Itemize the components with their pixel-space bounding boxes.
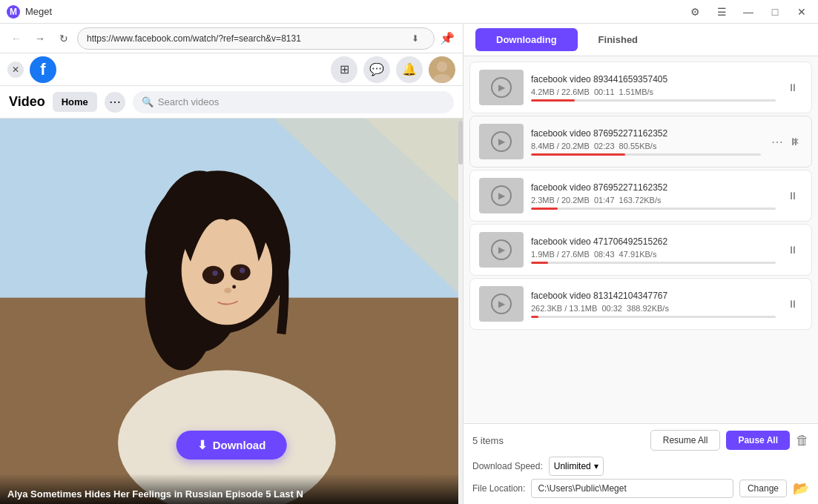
- item-thumbnail: ▶: [479, 124, 524, 159]
- fb-page-nav: Video Home ⋯ 🔍 Search videos: [0, 86, 463, 119]
- url-bar[interactable]: https://www.facebook.com/watch/?ref=sear…: [77, 27, 435, 50]
- download-item: ▶ facebook video 471706492515262 1.9MB /…: [469, 224, 812, 276]
- pause-button[interactable]: ⏸: [783, 296, 802, 311]
- progress-bar-fill: [531, 99, 575, 102]
- item-stats: 8.4MB / 20.2MB 02:23 80.55KB/s: [531, 142, 761, 150]
- item-stats: 4.2MB / 22.6MB 00:11 1.51MB/s: [531, 87, 776, 96]
- item-title: facebook video 876952271162352: [531, 128, 761, 139]
- bottom-actions: Resume All Pause All 🗑: [650, 430, 809, 451]
- bottom-row2: Download Speed: Unlimited ▾: [472, 457, 809, 476]
- download-speed-label: Download Speed:: [472, 461, 543, 471]
- item-stats: 2.3MB / 20.2MB 01:47 163.72KB/s: [531, 196, 776, 205]
- item-controls: ⏸: [783, 188, 802, 203]
- fb-page-title: Video: [9, 94, 45, 110]
- item-thumbnail: ▶: [479, 286, 524, 322]
- fb-search-box[interactable]: 🔍 Search videos: [133, 91, 454, 113]
- fb-more-button[interactable]: ⋯: [105, 92, 125, 113]
- pause-button[interactable]: ⏸: [783, 188, 802, 203]
- video-title-bar: Alya Sometimes Hides Her Feelings in Rus…: [0, 474, 463, 504]
- svg-point-15: [212, 271, 217, 276]
- tab-bar: Downloading Finished: [464, 24, 818, 56]
- download-item: ▶ facebook video 893441659357405 4.2MB /…: [469, 62, 812, 113]
- back-button[interactable]: ←: [6, 28, 27, 49]
- svg-point-3: [437, 62, 447, 72]
- scroll-thumb[interactable]: [458, 120, 463, 165]
- progress-bar-bg: [531, 153, 761, 156]
- tab-finished[interactable]: Finished: [578, 28, 659, 51]
- minimize-button[interactable]: —: [738, 1, 759, 22]
- download-icon: ⬇: [197, 438, 207, 452]
- item-thumbnail: ▶: [479, 70, 524, 105]
- bottom-row3: File Location: C:\Users\Public\Meget Cha…: [472, 479, 809, 498]
- pause-button[interactable]: ⏸: [783, 242, 802, 257]
- download-button[interactable]: ⬇ Download: [177, 431, 287, 460]
- item-controls: ⏸: [783, 80, 802, 95]
- menu-button[interactable]: ☰: [711, 1, 732, 22]
- forward-button[interactable]: →: [30, 28, 50, 49]
- pause-all-button[interactable]: Pause All: [726, 431, 790, 450]
- item-info: facebook video 876952271162352 2.3MB / 2…: [531, 182, 776, 210]
- close-button[interactable]: ✕: [791, 1, 812, 22]
- pin-button[interactable]: 📌: [438, 29, 457, 48]
- items-count: 5 items: [472, 435, 504, 446]
- svg-point-17: [224, 288, 231, 293]
- progress-bar-fill: [531, 153, 625, 156]
- progress-bar-fill: [531, 208, 558, 210]
- item-title: facebook video 876952271162352: [531, 182, 776, 193]
- item-stats: 262.3KB / 13.1MB 00:32 388.92KB/s: [531, 304, 776, 313]
- item-controls: ⏸: [783, 242, 802, 257]
- browser-pane: ← → ↻ https://www.facebook.com/watch/?re…: [0, 24, 464, 504]
- app-logo: M: [6, 4, 21, 19]
- play-icon: ▶: [491, 294, 512, 314]
- speed-select[interactable]: Unlimited ▾: [549, 457, 604, 476]
- app-title: Meget: [25, 6, 685, 17]
- fb-home-button[interactable]: Home: [53, 92, 97, 112]
- window-controls: ⚙ ☰ — □ ✕: [685, 1, 812, 22]
- play-icon: ▶: [491, 239, 512, 260]
- item-controls: ⏸: [783, 296, 802, 311]
- fb-logo: f: [30, 56, 56, 83]
- progress-bar-bg: [531, 208, 776, 210]
- fb-messenger-icon[interactable]: 💬: [363, 56, 390, 83]
- file-location-label: File Location:: [472, 483, 525, 494]
- item-info: facebook video 893441659357405 4.2MB / 2…: [531, 74, 776, 102]
- settings-button[interactable]: ⚙: [685, 1, 705, 22]
- refresh-button[interactable]: ↻: [53, 28, 74, 49]
- main-content: ← → ↻ https://www.facebook.com/watch/?re…: [0, 24, 818, 504]
- bottom-row1: 5 items Resume All Pause All 🗑: [472, 430, 809, 451]
- change-button[interactable]: Change: [739, 480, 787, 497]
- file-path: C:\Users\Public\Meget: [538, 483, 626, 494]
- download-label: Download: [213, 439, 266, 451]
- play-icon: ▶: [491, 185, 512, 206]
- file-location-box: C:\Users\Public\Meget: [531, 479, 733, 498]
- trash-button[interactable]: 🗑: [796, 433, 809, 448]
- item-info: facebook video 813142104347767 262.3KB /…: [531, 291, 776, 318]
- progress-bar-fill: [531, 262, 548, 264]
- folder-icon[interactable]: 📂: [793, 480, 809, 497]
- item-menu-button[interactable]: ⋯: [768, 133, 786, 150]
- progress-bar-bg: [531, 316, 776, 318]
- pause-button[interactable]: ⏸: [783, 80, 802, 95]
- fb-bell-icon[interactable]: 🔔: [396, 56, 423, 83]
- fb-avatar[interactable]: [429, 56, 455, 83]
- fb-close-button[interactable]: ✕: [7, 62, 24, 78]
- item-info: facebook video 471706492515262 1.9MB / 2…: [531, 236, 776, 264]
- item-thumbnail: ▶: [479, 178, 524, 213]
- search-icon: 🔍: [142, 96, 154, 107]
- close-icon: ✕: [12, 64, 19, 75]
- maximize-button[interactable]: □: [765, 1, 785, 22]
- svg-point-16: [240, 268, 245, 273]
- item-info: facebook video 876952271162352 8.4MB / 2…: [531, 128, 761, 156]
- download-url-icon[interactable]: ⬇: [406, 29, 425, 48]
- resume-all-button[interactable]: Resume All: [650, 430, 721, 451]
- scroll-track[interactable]: [458, 120, 463, 504]
- titlebar: M Meget ⚙ ☰ — □ ✕: [0, 0, 818, 24]
- svg-point-19: [232, 285, 236, 289]
- tab-downloading[interactable]: Downloading: [475, 28, 578, 51]
- pause-button[interactable]: ⏸: [785, 134, 804, 149]
- item-thumbnail: ▶: [479, 232, 524, 268]
- fb-grid-icon[interactable]: ⊞: [331, 56, 357, 83]
- progress-bar-bg: [531, 262, 776, 264]
- progress-bar-bg: [531, 99, 776, 102]
- item-title: facebook video 813142104347767: [531, 291, 776, 301]
